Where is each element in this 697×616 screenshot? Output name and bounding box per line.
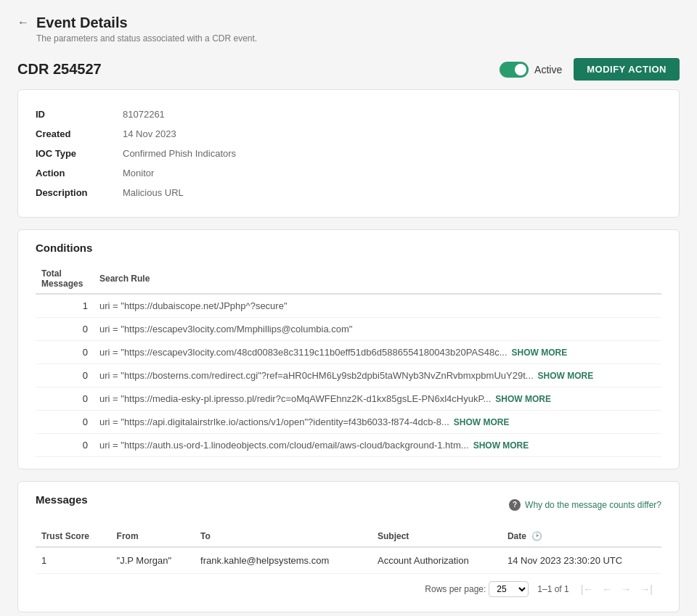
- condition-rule: uri = "https://escapev3locity.com/Mmphil…: [94, 318, 661, 341]
- condition-total: 0: [36, 364, 94, 387]
- condition-rule: uri = "https://auth.us-ord-1.linodeobjec…: [94, 434, 661, 457]
- col-trust-score: Trust Score: [36, 526, 111, 547]
- page-nav: |← ← → →|: [578, 582, 656, 596]
- detail-label: Description: [36, 187, 123, 198]
- condition-total: 0: [36, 387, 94, 411]
- detail-label: IOC Type: [36, 148, 123, 159]
- modify-action-button[interactable]: MODIFY ACTION: [574, 58, 680, 81]
- conditions-row: 0 uri = "https://api.digitalairstrIke.io…: [36, 411, 661, 434]
- col-date: Date 🕑: [502, 526, 661, 547]
- condition-total: 0: [36, 411, 94, 434]
- detail-value: 81072261: [123, 109, 165, 120]
- rows-per-page-label: Rows per page:: [425, 584, 486, 594]
- conditions-row: 0 uri = "https://auth.us-ord-1.linodeobj…: [36, 434, 661, 457]
- conditions-row: 0 uri = "https://media-esky-pl.ipresso.p…: [36, 387, 661, 411]
- detail-row: Created 14 Nov 2023: [36, 124, 661, 144]
- conditions-table: Total Messages Search Rule 1 uri = "http…: [36, 264, 661, 457]
- clock-icon: 🕑: [531, 531, 542, 541]
- details-card: ID 81072261 Created 14 Nov 2023 IOC Type…: [17, 89, 680, 218]
- col-total-messages: Total Messages: [36, 264, 94, 294]
- show-more-button[interactable]: SHOW MORE: [473, 440, 529, 451]
- last-page-button[interactable]: →|: [637, 582, 656, 596]
- back-button[interactable]: ←: [17, 16, 29, 29]
- show-more-button[interactable]: SHOW MORE: [454, 417, 510, 427]
- col-search-rule: Search Rule: [94, 264, 661, 294]
- detail-value: Monitor: [123, 168, 154, 178]
- conditions-card: Conditions Total Messages Search Rule 1 …: [17, 229, 680, 469]
- detail-label: ID: [36, 109, 123, 120]
- condition-total: 0: [36, 318, 94, 341]
- to-field: frank.kahle@helpsystems.com: [195, 547, 372, 574]
- col-from: From: [111, 526, 195, 547]
- rows-per-page-select[interactable]: 25 50 100: [489, 581, 529, 597]
- detail-row: Description Malicious URL: [36, 183, 661, 202]
- messages-card: Messages ? Why do the message counts dif…: [17, 481, 680, 612]
- trust-score: 1: [36, 547, 111, 574]
- col-to: To: [195, 526, 372, 547]
- condition-total: 0: [36, 434, 94, 457]
- condition-rule: uri = "https://api.digitalairstrIke.io/a…: [94, 411, 661, 434]
- next-page-button[interactable]: →: [618, 582, 634, 596]
- condition-rule: uri = "https://dubaiscope.net/JPphp^?sec…: [94, 294, 661, 318]
- page-title: Event Details: [36, 15, 257, 31]
- detail-row: IOC Type Confirmed Phish Indicators: [36, 144, 661, 163]
- message-row: 1 "J.P Morgan" frank.kahle@helpsystems.c…: [36, 547, 661, 574]
- condition-rule: uri = "https://bosterns.com/redirect.cgi…: [94, 364, 661, 387]
- help-link[interactable]: ? Why do the message counts differ?: [509, 499, 661, 511]
- conditions-row: 0 uri = "https://escapev3locity.com/Mmph…: [36, 318, 661, 341]
- show-more-button[interactable]: SHOW MORE: [512, 348, 568, 358]
- detail-row: Action Monitor: [36, 163, 661, 183]
- show-more-button[interactable]: SHOW MORE: [538, 371, 594, 381]
- detail-value: 14 Nov 2023: [123, 128, 176, 139]
- condition-rule: uri = "https://media-esky-pl.ipresso.pl/…: [94, 387, 661, 411]
- col-subject: Subject: [372, 526, 502, 547]
- conditions-title: Conditions: [36, 242, 661, 254]
- subject-field: Account Authorization: [372, 547, 502, 574]
- detail-value: Confirmed Phish Indicators: [123, 148, 236, 159]
- show-more-button[interactable]: SHOW MORE: [495, 394, 551, 404]
- conditions-row: 1 uri = "https://dubaiscope.net/JPphp^?s…: [36, 294, 661, 318]
- conditions-row: 0 uri = "https://escapev3locity.com/48cd…: [36, 341, 661, 364]
- active-label: Active: [534, 64, 562, 75]
- conditions-row: 0 uri = "https://bosterns.com/redirect.c…: [36, 364, 661, 387]
- detail-value: Malicious URL: [123, 187, 184, 198]
- pagination-row: Rows per page: 25 50 100 1–1 of 1 |← ← →…: [36, 574, 661, 600]
- messages-title: Messages: [36, 493, 88, 506]
- prev-page-button[interactable]: ←: [599, 582, 615, 596]
- page-subtitle: The parameters and status associated wit…: [36, 33, 257, 44]
- first-page-button[interactable]: |←: [578, 582, 597, 596]
- page-range: 1–1 of 1: [537, 584, 568, 594]
- help-text: Why do the message counts differ?: [525, 500, 661, 510]
- condition-total: 1: [36, 294, 94, 318]
- detail-label: Created: [36, 128, 123, 139]
- cdr-id: CDR 254527: [17, 61, 102, 78]
- active-toggle[interactable]: Active: [500, 62, 562, 78]
- help-icon: ?: [509, 499, 521, 511]
- detail-label: Action: [36, 168, 123, 178]
- detail-row: ID 81072261: [36, 104, 661, 124]
- from-field: "J.P Morgan": [111, 547, 195, 574]
- messages-table: Trust ScoreFromToSubjectDate 🕑 1 "J.P Mo…: [36, 526, 661, 574]
- condition-rule: uri = "https://escapev3locity.com/48cd00…: [94, 341, 661, 364]
- condition-total: 0: [36, 341, 94, 364]
- date-field: 14 Nov 2023 23:30:20 UTC: [502, 547, 661, 574]
